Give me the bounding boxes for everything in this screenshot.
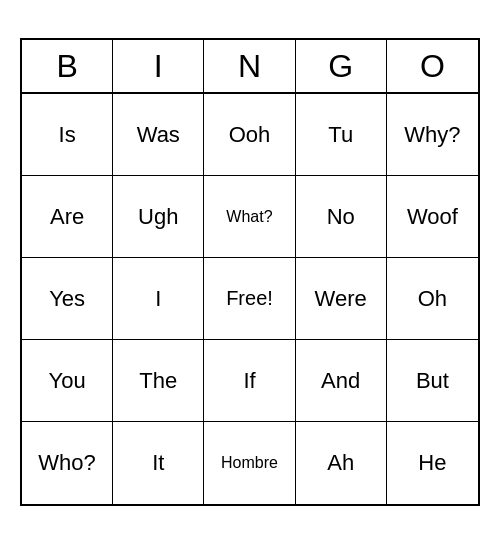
cell-r1-c4: Woof	[387, 176, 478, 258]
cell-r3-c1: The	[113, 340, 204, 422]
cell-r2-c2: Free!	[204, 258, 295, 340]
cell-r3-c0: You	[22, 340, 113, 422]
cell-r4-c2: Hombre	[204, 422, 295, 504]
cell-r1-c3: No	[296, 176, 387, 258]
cell-r0-c0: Is	[22, 94, 113, 176]
cell-r2-c3: Were	[296, 258, 387, 340]
header-letter-I: I	[113, 40, 204, 92]
cell-r0-c4: Why?	[387, 94, 478, 176]
bingo-card: BINGO IsWasOohTuWhy?AreUghWhat?NoWoofYes…	[20, 38, 480, 506]
cell-r2-c1: I	[113, 258, 204, 340]
bingo-header: BINGO	[22, 40, 478, 94]
header-letter-B: B	[22, 40, 113, 92]
cell-r3-c4: But	[387, 340, 478, 422]
cell-r1-c0: Are	[22, 176, 113, 258]
cell-r4-c0: Who?	[22, 422, 113, 504]
cell-r3-c2: If	[204, 340, 295, 422]
header-letter-N: N	[204, 40, 295, 92]
cell-r4-c3: Ah	[296, 422, 387, 504]
cell-r4-c1: It	[113, 422, 204, 504]
cell-r0-c3: Tu	[296, 94, 387, 176]
cell-r3-c3: And	[296, 340, 387, 422]
cell-r0-c1: Was	[113, 94, 204, 176]
header-letter-O: O	[387, 40, 478, 92]
bingo-grid: IsWasOohTuWhy?AreUghWhat?NoWoofYesIFree!…	[22, 94, 478, 504]
cell-r2-c4: Oh	[387, 258, 478, 340]
cell-r0-c2: Ooh	[204, 94, 295, 176]
cell-r1-c2: What?	[204, 176, 295, 258]
cell-r1-c1: Ugh	[113, 176, 204, 258]
cell-r4-c4: He	[387, 422, 478, 504]
cell-r2-c0: Yes	[22, 258, 113, 340]
header-letter-G: G	[296, 40, 387, 92]
